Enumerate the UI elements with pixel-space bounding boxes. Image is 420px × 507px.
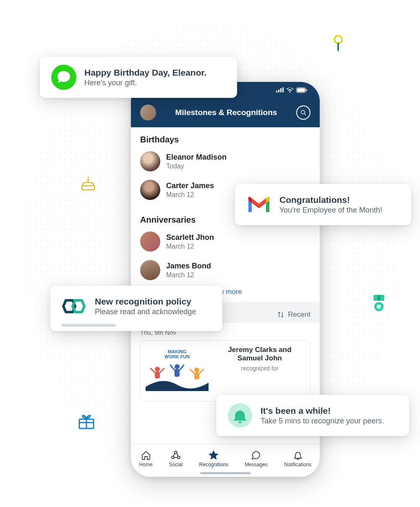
anniversary-item[interactable]: Scarlett Jhon March 12 bbox=[131, 229, 320, 257]
svg-point-20 bbox=[155, 367, 160, 372]
svg-rect-13 bbox=[280, 88, 282, 92]
svg-line-23 bbox=[160, 368, 164, 373]
search-icon bbox=[300, 109, 307, 116]
avatar bbox=[140, 151, 160, 171]
tab-notifications[interactable]: Notifications bbox=[284, 450, 311, 468]
svg-point-34 bbox=[177, 456, 180, 459]
svg-point-33 bbox=[172, 456, 174, 459]
person-name: Scarlett Jhon bbox=[166, 233, 214, 242]
svg-line-22 bbox=[151, 368, 155, 373]
notification-title: Happy Birthday Day, Eleanor. bbox=[84, 68, 206, 78]
svg-rect-5 bbox=[378, 295, 380, 301]
svg-rect-21 bbox=[155, 372, 160, 378]
anniversary-item[interactable]: James Bond March 12 bbox=[131, 257, 320, 286]
bell-icon bbox=[293, 450, 303, 460]
svg-point-24 bbox=[175, 364, 180, 369]
recognition-card[interactable]: MAKINGWORK FUN Jerem bbox=[140, 340, 310, 402]
svg-rect-14 bbox=[282, 87, 284, 92]
star-icon bbox=[209, 450, 219, 460]
svg-rect-2 bbox=[87, 179, 89, 181]
person-name: Carter James bbox=[166, 181, 214, 190]
recognition-title: Jeremy Clarks and Samuel John bbox=[214, 346, 305, 363]
notification-body: Here's your gift. bbox=[84, 79, 206, 87]
notification-sms[interactable]: Happy Birthday Day, Eleanor. Here's your… bbox=[40, 57, 237, 98]
home-icon bbox=[141, 450, 151, 460]
svg-point-0 bbox=[334, 36, 342, 43]
chat-bubble-icon bbox=[51, 64, 77, 90]
progress-indicator bbox=[61, 324, 116, 327]
notification-title: New recognition policy bbox=[95, 297, 196, 307]
svg-point-28 bbox=[194, 368, 199, 373]
recognition-subtitle: recognized for bbox=[214, 365, 305, 372]
svg-rect-29 bbox=[194, 373, 199, 379]
avatar bbox=[140, 180, 160, 200]
pin-icon bbox=[332, 34, 344, 51]
svg-rect-17 bbox=[306, 89, 307, 91]
svg-line-27 bbox=[180, 365, 184, 370]
svg-line-26 bbox=[170, 365, 175, 370]
notification-reminder[interactable]: It's been a while! Take 5 mins to recogn… bbox=[216, 395, 409, 436]
battery-icon bbox=[296, 87, 307, 93]
svg-line-19 bbox=[304, 113, 306, 115]
svg-rect-3 bbox=[82, 186, 94, 190]
home-indicator bbox=[200, 472, 250, 474]
person-name: James Bond bbox=[166, 262, 211, 271]
svg-point-32 bbox=[175, 451, 177, 454]
person-date: March 12 bbox=[166, 243, 214, 250]
sort-label: Recent bbox=[288, 310, 310, 319]
tab-social[interactable]: Social bbox=[169, 450, 183, 468]
gift-icon bbox=[78, 412, 95, 430]
avatar bbox=[140, 260, 160, 280]
messages-icon bbox=[251, 450, 261, 460]
svg-rect-25 bbox=[175, 369, 180, 377]
notification-body: Take 5 mins to recognize your peers. bbox=[261, 417, 384, 426]
bell-round-icon bbox=[227, 402, 253, 428]
notification-policy[interactable]: New recognition policy Please read and a… bbox=[50, 286, 222, 331]
svg-point-18 bbox=[301, 110, 305, 114]
tab-bar: Home Social Recognitions Messages Notifi… bbox=[131, 444, 320, 477]
tab-home[interactable]: Home bbox=[139, 450, 153, 468]
person-date: March 12 bbox=[166, 191, 214, 199]
app-header: Milestones & Recognitions bbox=[131, 98, 320, 127]
notification-body: You're Employee of the Month! bbox=[279, 206, 382, 215]
svg-point-7 bbox=[377, 305, 381, 309]
sort-icon bbox=[277, 311, 284, 318]
notification-gmail[interactable]: Congratulations! You're Employee of the … bbox=[235, 184, 411, 225]
notification-body: Please read and acknowledge bbox=[95, 307, 196, 316]
notification-title: It's been a while! bbox=[261, 406, 384, 416]
recognition-illustration: MAKINGWORK FUN bbox=[146, 346, 209, 396]
avatar bbox=[140, 231, 160, 252]
gmail-icon bbox=[246, 192, 272, 218]
svg-rect-12 bbox=[278, 89, 279, 92]
medal-icon bbox=[372, 294, 386, 313]
wifi-icon bbox=[286, 87, 294, 93]
cake-icon bbox=[81, 176, 95, 191]
person-date: Today bbox=[166, 163, 227, 170]
signal-icon bbox=[276, 87, 284, 92]
page-title: Milestones & Recognitions bbox=[156, 108, 296, 117]
svg-line-30 bbox=[190, 369, 194, 373]
person-name: Eleanor Madison bbox=[166, 153, 227, 162]
birthdays-heading: Birthdays bbox=[131, 127, 320, 149]
person-date: March 12 bbox=[166, 271, 211, 279]
birthday-item[interactable]: Eleanor Madison Today bbox=[131, 149, 320, 177]
notification-title: Congratulations! bbox=[279, 195, 382, 205]
profile-avatar[interactable] bbox=[140, 105, 156, 121]
search-button[interactable] bbox=[296, 105, 310, 120]
svg-line-31 bbox=[199, 369, 203, 373]
svg-rect-16 bbox=[297, 88, 305, 92]
tab-messages[interactable]: Messages bbox=[245, 450, 268, 468]
tab-recognitions[interactable]: Recognitions bbox=[199, 450, 228, 468]
svg-rect-11 bbox=[276, 91, 277, 92]
hexagon-icon bbox=[61, 293, 87, 319]
social-icon bbox=[171, 450, 181, 460]
